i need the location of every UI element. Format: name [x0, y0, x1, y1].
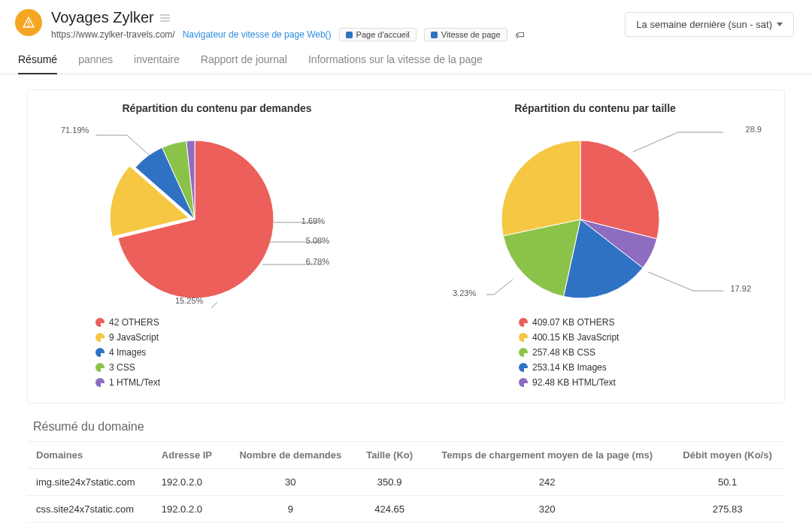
legend-swatch-icon	[95, 333, 105, 342]
chip-homepage[interactable]: Page d'accueil	[339, 28, 417, 41]
chip-label: Vitesse de page	[441, 30, 501, 39]
charts-card: Répartition du contenu par demandes 71.1…	[27, 89, 785, 404]
legend-item: 1 HTML/Text	[95, 377, 186, 388]
legend-swatch-icon	[95, 363, 105, 372]
legend-swatch-icon	[519, 363, 528, 372]
col-rate: Débit moyen (Ko/s)	[670, 442, 785, 469]
chart-title: Répartition du contenu par taille	[421, 102, 769, 114]
legend-item: 409.07 KB OTHERS	[519, 317, 769, 328]
legend-item: 400.15 KB JavaScript	[519, 332, 769, 343]
cell-req: 9	[226, 496, 355, 523]
tab-inventaire[interactable]: inventaire	[134, 53, 180, 74]
tab-vitesse[interactable]: Informations sur la vitesse de la page	[308, 53, 483, 74]
legend-swatch-icon	[519, 378, 528, 387]
pct-label: 71.19%	[61, 125, 89, 135]
cell-size: 350.9	[355, 469, 424, 496]
pct-label: 1.69%	[301, 216, 325, 225]
legend-label: 409.07 KB OTHERS	[532, 317, 614, 328]
legend-item: 42 OTHERS	[95, 317, 186, 328]
table-row: img.site24x7static.com192.0.2.030350.924…	[27, 469, 785, 496]
legend-label: 400.15 KB JavaScript	[532, 332, 619, 343]
tab-resume[interactable]: Résumé	[18, 53, 57, 74]
col-ip: Adresse IP	[153, 442, 226, 469]
legend-swatch-icon	[95, 378, 105, 387]
cell-rate: 275.83	[670, 496, 785, 523]
domain-summary-table: Domaines Adresse IP Nombre de demandes T…	[27, 441, 785, 526]
cell-domain: js.site24x7static.com	[27, 523, 153, 527]
legend-swatch-icon	[519, 318, 528, 327]
date-range-label: La semaine dernière (sun - sat)	[636, 19, 772, 30]
pct-label: 15.25%	[175, 296, 203, 305]
pie-chart-size	[423, 122, 768, 310]
cell-size: 167.83	[355, 523, 424, 527]
pct-label: 17.92	[730, 284, 751, 293]
cell-req: 30	[226, 469, 355, 496]
legend-swatch-icon	[519, 348, 528, 357]
date-range-selector[interactable]: La semaine dernière (sun - sat)	[625, 12, 794, 37]
legend-label: 4 Images	[109, 347, 146, 358]
cell-size: 424.65	[355, 496, 424, 523]
menu-icon[interactable]	[160, 14, 170, 22]
legend-item: 9 JavaScript	[95, 332, 186, 343]
square-icon	[346, 32, 353, 38]
legend-swatch-icon	[95, 318, 105, 327]
legend-item: 257.48 KB CSS	[519, 347, 769, 358]
tag-icon[interactable]: 🏷	[515, 29, 525, 41]
pct-label: 6.78%	[306, 257, 329, 266]
col-requests: Nombre de demandes	[226, 442, 355, 469]
cell-ip: 192.0.2.0	[153, 469, 226, 496]
legend-label: 9 JavaScript	[109, 332, 159, 343]
legend-label: 3 CSS	[109, 362, 135, 373]
legend-swatch-icon	[519, 333, 528, 342]
cell-req: 5	[226, 523, 355, 527]
legend-item: 253.14 KB Images	[519, 362, 769, 373]
legend-swatch-icon	[95, 348, 105, 357]
pct-label: 5.08%	[306, 236, 329, 245]
web-page-speed-link[interactable]: Navigateur de vitesse de page Web()	[183, 29, 332, 40]
legend: 409.07 KB OTHERS400.15 KB JavaScript257.…	[421, 317, 769, 388]
legend-item: 92.48 KB HTML/Text	[519, 377, 769, 388]
legend-item: 3 CSS	[95, 362, 186, 373]
cell-load: 1,069	[424, 523, 670, 527]
warning-badge-icon	[15, 9, 42, 36]
pct-label: 28.9	[746, 125, 762, 134]
chip-pagespeed[interactable]: Vitesse de page	[424, 28, 508, 41]
legend-label: 1 HTML/Text	[109, 377, 160, 388]
tabs: Résumé pannes inventaire Rapport de jour…	[0, 41, 812, 74]
table-header-row: Domaines Adresse IP Nombre de demandes T…	[27, 442, 785, 469]
pct-label: 3.23%	[453, 289, 476, 298]
page-header: Voyages Zylker https://www.zylker-travel…	[0, 0, 812, 41]
chart-size: Répartition du contenu par taille 28.9 1…	[421, 102, 769, 388]
cell-rate: 50.1	[670, 469, 785, 496]
table-row: js.site24x7static.com192.0.2.05167.831,0…	[27, 523, 785, 527]
table-row: css.site24x7static.com192.0.2.09424.6532…	[27, 496, 785, 523]
chip-label: Page d'accueil	[356, 30, 410, 39]
cell-load: 320	[424, 496, 670, 523]
chart-title: Répartition du contenu par demandes	[43, 102, 391, 114]
cell-domain: img.site24x7static.com	[27, 469, 153, 496]
col-size: Taille (Ko)	[355, 442, 424, 469]
chart-requests: Répartition du contenu par demandes 71.1…	[43, 102, 391, 388]
pie-chart-requests	[44, 122, 390, 310]
legend-label: 42 OTHERS	[109, 317, 159, 328]
tab-pannes[interactable]: pannes	[78, 53, 113, 74]
legend-label: 92.48 KB HTML/Text	[532, 377, 616, 388]
domain-summary-title: Résumé du domaine	[33, 420, 785, 434]
square-icon	[431, 32, 438, 38]
content-area: Répartition du contenu par demandes 71.1…	[0, 74, 812, 526]
chevron-down-icon	[777, 23, 783, 26]
cell-load: 242	[424, 469, 670, 496]
cell-rate: 31.33	[670, 523, 785, 527]
legend: 42 OTHERS9 JavaScript4 Images3 CSS1 HTML…	[43, 317, 283, 388]
cell-ip: 192.0.2.0	[153, 523, 226, 527]
svg-point-1	[29, 25, 29, 26]
col-domain: Domaines	[27, 442, 153, 469]
col-load: Temps de chargement moyen de la page (ms…	[424, 442, 670, 469]
legend-label: 253.14 KB Images	[532, 362, 607, 373]
site-url: https://www.zylker-travels.com/	[51, 29, 175, 40]
legend-label: 257.48 KB CSS	[532, 347, 595, 358]
cell-domain: css.site24x7static.com	[27, 496, 153, 523]
tab-rapport[interactable]: Rapport de journal	[201, 53, 287, 74]
legend-item: 4 Images	[95, 347, 186, 358]
page-title: Voyages Zylker	[51, 9, 154, 26]
